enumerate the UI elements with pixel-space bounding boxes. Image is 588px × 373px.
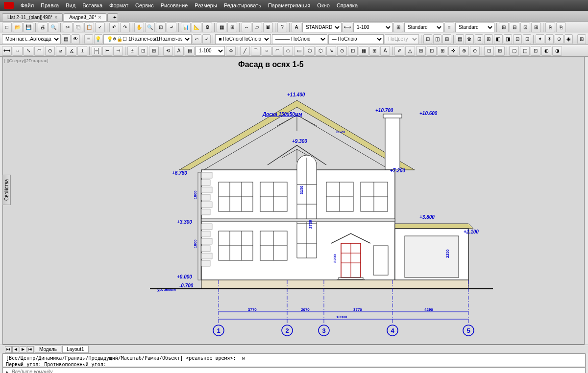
dr5-icon[interactable]: ⬭ [283,46,293,56]
linetype-select[interactable]: ——— ПоСлою [272,34,327,44]
open-icon[interactable]: 📂 [13,23,23,32]
ml-style-select[interactable]: Standard [455,23,494,32]
d13-icon[interactable]: ⊡ [138,46,148,56]
dr8-icon[interactable]: ⬡ [316,46,325,56]
doc-tab-2[interactable]: Андрей_36*× [64,13,106,21]
dr10-icon[interactable]: ⊙ [337,46,347,56]
copy-icon[interactable]: ⿻ [74,23,83,32]
d15-icon[interactable]: ⟲ [163,46,173,56]
dim-scale2-select[interactable]: 1-100 [196,46,225,56]
m4-icon[interactable]: ▤ [456,34,465,44]
close-icon[interactable]: × [54,15,57,20]
d3-icon[interactable]: ⤡ [24,46,33,56]
tab-first-icon[interactable]: ⏮ [5,346,12,353]
m10-icon[interactable]: ⊡ [513,34,522,44]
m6-icon[interactable]: ⊡ [475,34,484,44]
tbl-style-icon[interactable]: ⊞ [393,23,403,32]
mod6-icon[interactable]: ✜ [448,46,458,56]
menu-view[interactable]: Вид [66,2,75,8]
menu-help[interactable]: Справка [337,2,358,8]
menu-insert[interactable]: Вставка [82,2,102,8]
drawing-canvas[interactable]: [-][Сверху][2D-каркас] Фасад в осях 1-5 … [2,57,585,345]
dim-scale-select[interactable]: 1-100 [353,23,392,32]
new-icon[interactable]: □ [2,23,12,32]
mod2-icon[interactable]: △ [405,46,415,56]
tab-next-icon[interactable]: ▶ [20,346,26,353]
dr11-icon[interactable]: ⊡ [348,46,358,56]
d7-icon[interactable]: ∡ [67,46,76,56]
m2-icon[interactable]: ◫ [433,34,442,44]
zoom-prev-icon[interactable]: ⤶ [167,23,176,32]
properties-panel-tab[interactable]: Свойства [2,175,11,205]
ml-style-icon[interactable]: ≡ [444,23,454,32]
new-tab-button[interactable]: ✦ [107,13,118,21]
mod13-icon[interactable]: ⊡ [531,46,540,56]
d4-icon[interactable]: ◠ [34,46,44,56]
m14-icon[interactable]: ⊙ [555,34,564,44]
area-icon[interactable]: ▱ [252,23,262,32]
dsgn-icon[interactable]: 📐 [192,23,201,32]
d12-icon[interactable]: ± [127,46,137,56]
dr14-icon[interactable]: A [380,46,390,56]
m9-icon[interactable]: ◨ [504,34,513,44]
m16-icon[interactable]: ⊞ [577,34,586,44]
mod15-icon[interactable]: ◑ [552,46,562,56]
model-tab[interactable]: Модель [35,346,61,353]
match-icon[interactable]: ✓ [95,23,105,32]
d10-icon[interactable]: ⊢ [102,46,112,56]
menu-tools[interactable]: Сервис [135,2,154,8]
mod10-icon[interactable]: ⊞ [495,46,505,56]
tab-prev-icon[interactable]: ◀ [12,346,19,353]
help-icon[interactable]: ? [277,23,287,32]
doc-tab-1[interactable]: List 2-11_(planj)498*× [2,13,63,21]
ref-icon[interactable]: ⎘ [545,23,555,32]
pan-icon[interactable]: ✋ [134,23,144,32]
color-select[interactable]: ■ ПоСлоюПоСлою [215,34,270,44]
mod14-icon[interactable]: ◐ [541,46,551,56]
layer-state-icon[interactable]: ▤ [62,34,71,44]
text-style-select[interactable]: STANDARD [302,23,342,32]
menu-draw[interactable]: Рисование [161,2,188,8]
dist-icon[interactable]: ↔ [242,23,251,32]
d16-icon[interactable]: A [174,46,184,56]
layer-prev-icon[interactable]: ⤺ [193,34,201,44]
mod12-icon[interactable]: ◫ [520,46,530,56]
text-style-icon[interactable]: A [292,23,301,32]
layer-walk-icon[interactable]: 👁 [72,34,80,44]
block-icon[interactable]: ▦ [217,23,226,32]
dr3-icon[interactable]: ○ [262,46,271,56]
menu-dimensions[interactable]: Размеры [195,2,217,8]
save-icon[interactable]: 💾 [24,23,33,32]
undo-icon[interactable]: ↶ [109,23,119,32]
dr4-icon[interactable]: ◠ [272,46,282,56]
props-icon[interactable]: 📊 [181,23,191,32]
mod5-icon[interactable]: ⊞ [438,46,447,56]
d9-icon[interactable]: ├┤ [92,46,101,56]
menu-window[interactable]: Окно [317,2,330,8]
dim-style-icon[interactable]: ⟷ [343,23,352,32]
menu-parametric[interactable]: Параметризация [268,2,310,8]
mod4-icon[interactable]: ⊡ [427,46,437,56]
m13-icon[interactable]: ☀ [545,34,554,44]
dr6-icon[interactable]: ▭ [294,46,304,56]
mod1-icon[interactable]: ✐ [394,46,404,56]
menu-edit[interactable]: Правка [41,2,59,8]
mod7-icon[interactable]: ⊕ [459,46,469,56]
layer-props-icon[interactable]: ≡ [84,34,93,44]
plotstyle-select[interactable]: ПоЦвету [385,34,419,44]
dr13-icon[interactable]: ⊞ [369,46,379,56]
m1-icon[interactable]: ⊡ [423,34,432,44]
d1-icon[interactable]: ⟷ [2,46,12,56]
mod3-icon[interactable]: ⊞ [416,46,426,56]
command-input[interactable] [12,369,582,373]
print-icon[interactable]: 🖨 [38,23,48,32]
mod8-icon[interactable]: ⊙ [470,46,480,56]
dr12-icon[interactable]: ▦ [359,46,368,56]
preview-icon[interactable]: 🔍 [49,23,58,32]
layer-preset-select[interactable]: Мои наст...Автокада [2,34,61,44]
mod9-icon[interactable]: ⊡ [484,46,494,56]
m15-icon[interactable]: ◉ [564,34,573,44]
zoom-window-icon[interactable]: ⊡ [156,23,166,32]
mod11-icon[interactable]: ▢ [509,46,519,56]
dr7-icon[interactable]: ⬠ [305,46,315,56]
